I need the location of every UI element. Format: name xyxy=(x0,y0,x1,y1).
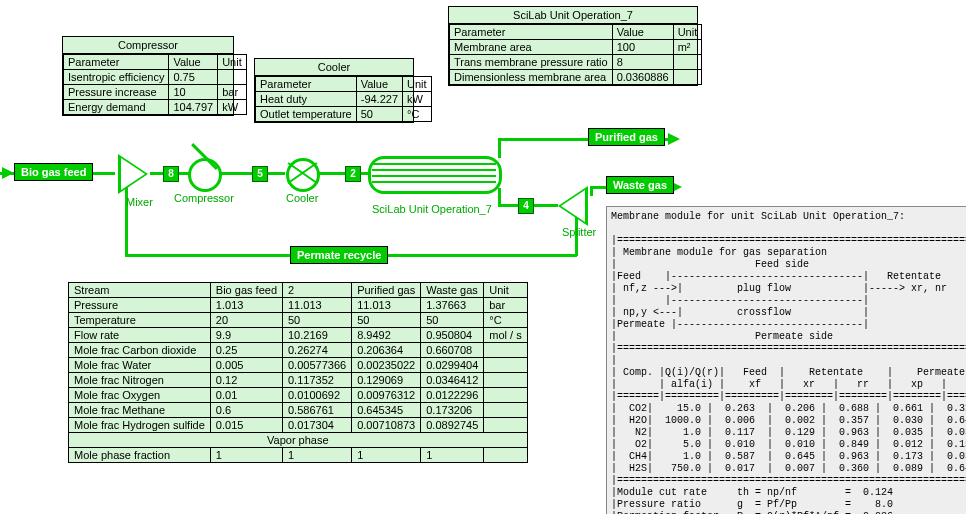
console-output: Membrane module for unit SciLab Unit Ope… xyxy=(606,206,966,514)
line-split-up xyxy=(590,186,593,196)
console-title: Membrane module for unit SciLab Unit Ope… xyxy=(611,211,905,222)
console-body: |=======================================… xyxy=(611,235,966,514)
scilab-title: SciLab Unit Operation_7 xyxy=(449,7,697,24)
line-sci-down xyxy=(498,188,501,206)
label-feed: Bio gas feed xyxy=(14,163,93,181)
lbl-mixer: Mixer xyxy=(126,196,153,208)
stream-4: 4 xyxy=(518,198,534,214)
stream-2: 2 xyxy=(345,166,361,182)
cooler-panel: Cooler Parameter Value Unit Heat duty-94… xyxy=(254,58,414,123)
splitter-icon xyxy=(558,186,588,226)
cooler-table: Parameter Value Unit Heat duty-94.227kW … xyxy=(255,76,432,122)
compressor-panel: Compressor Parameter Value Unit Isentrop… xyxy=(62,36,234,116)
lbl-splitter: Splitter xyxy=(562,226,596,238)
mixer-icon xyxy=(118,154,148,194)
scilab-panel: SciLab Unit Operation_7 Parameter Value … xyxy=(448,6,698,86)
cooler-title: Cooler xyxy=(255,59,413,76)
scilab-table: Parameter Value Unit Membrane area100m² … xyxy=(449,24,702,85)
lbl-scilab: SciLab Unit Operation_7 xyxy=(372,203,492,215)
compressor-icon xyxy=(188,158,222,192)
stream-5: 5 xyxy=(252,166,268,182)
lbl-compressor: Compressor xyxy=(174,192,234,204)
compressor-table: Parameter Value Unit Isentropic efficien… xyxy=(63,54,247,115)
lbl-cooler: Cooler xyxy=(286,192,318,204)
stream-table: Stream Bio gas feed 2 Purified gas Waste… xyxy=(68,282,528,463)
compressor-title: Compressor xyxy=(63,37,233,54)
label-purified: Purified gas xyxy=(588,128,665,146)
membrane-icon xyxy=(368,156,502,194)
arrow-purified xyxy=(668,133,680,145)
stream-8: 8 xyxy=(163,166,179,182)
label-waste: Waste gas xyxy=(606,176,674,194)
label-recycle: Permate recycle xyxy=(290,246,388,264)
arrow-feed-start xyxy=(2,167,14,179)
line-purified-v xyxy=(498,138,501,158)
